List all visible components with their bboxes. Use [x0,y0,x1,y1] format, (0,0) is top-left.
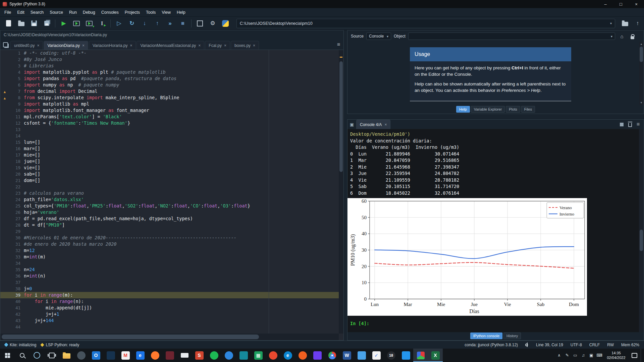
code-line-35[interactable]: 35n=24 [0,266,339,273]
code-line-34[interactable]: 34 [0,260,339,266]
scroll-up-icon[interactable]: ▲ [639,42,644,46]
tab-close-icon[interactable]: × [37,43,39,48]
menu-view[interactable]: View [159,8,174,16]
tray-battery-icon[interactable]: ▭ [571,353,579,358]
taskbar-app-teal[interactable] [236,349,251,362]
code-line-23[interactable]: 23# calculos para verano [0,190,339,196]
code-line-31[interactable]: 31#de enero de 2020 hasta marzo 2020 [0,241,339,247]
code-editor[interactable]: 1# -*- coding: utf-8 -*-2#By José Junco3… [0,50,339,334]
status-permissions[interactable]: RW [607,343,614,347]
minimize-button[interactable]: – [598,0,613,8]
stop-debug-button[interactable]: ■ [177,18,189,29]
tray-hidden-icons-icon[interactable]: ∧ [555,353,563,358]
code-line-2[interactable]: 2#By José Junco [0,56,339,63]
menu-consoles[interactable]: Consoles [98,8,122,16]
taskbar-chrome[interactable] [325,349,339,362]
debug-file-button[interactable]: ▷ [113,18,125,29]
taskbar-search[interactable] [15,349,30,362]
editor-tab-VariacionMensualEstacional-py[interactable]: VariacionMensualEstacional.py× [137,41,204,50]
run-selection-button[interactable] [96,18,108,29]
taskbar-app-blue-e[interactable]: e [133,349,148,362]
close-button[interactable]: × [629,0,644,8]
tray-network-icon[interactable]: ▣ [587,353,595,358]
run-cell-button[interactable] [70,18,83,29]
pane-tab-variable-explorer[interactable]: Variable Explorer [471,106,505,113]
tab-close-icon[interactable]: × [224,43,226,48]
lock-icon[interactable] [631,36,634,39]
status-conda-env[interactable]: conda: jjuncol (Python 3.8.12) [465,343,518,347]
code-line-28[interactable]: 28dt = df["PM10"] [0,222,339,228]
chevron-down-icon[interactable]: ▾ [611,35,612,38]
help-object-combobox[interactable]: ▾ [408,33,615,40]
status-kite[interactable]: Kite: initializing [5,343,36,347]
taskbar-gmail[interactable]: M [118,349,133,362]
status-cursor-position[interactable]: Line 39, Col 19 [536,343,563,347]
chevron-down-icon[interactable]: ▾ [610,21,612,25]
pane-tab-files[interactable]: Files [521,106,535,113]
pane-tab-ipython-console[interactable]: IPython console [470,333,502,339]
code-line-36[interactable]: 36n=int(n) [0,273,339,279]
tab-close-icon[interactable]: × [384,122,387,127]
browse-tabs-icon[interactable] [3,42,8,47]
code-line-19[interactable]: 19vie=[] [0,165,339,171]
code-line-25[interactable]: 25col_types={'PM10':float,'PM25':float,'… [0,203,339,209]
code-line-9[interactable]: 9import matplotlib as mpl [0,101,339,107]
taskbar-file-explorer[interactable] [59,349,74,362]
code-line-1[interactable]: 1# -*- coding: utf-8 -*- [0,50,339,56]
code-line-22[interactable]: 22 [0,184,339,190]
working-directory-combobox[interactable]: C:\Users\JOSE\Desktop\Venecia\pm10 ▾ [236,19,615,28]
menu-search[interactable]: Search [28,8,47,16]
taskbar-spotify[interactable] [207,349,221,362]
show-desktop-button[interactable] [641,349,643,362]
pane-tab-help[interactable]: Help [456,106,470,113]
taskbar-brave[interactable] [295,349,310,362]
status-memory[interactable]: Mem 62% [621,343,639,347]
code-line-40[interactable]: 40 for i in range(n): [0,298,339,305]
console-vertical-scrollbar[interactable] [639,129,644,332]
editor-tab-VariacionHoraria-py[interactable]: VariacionHoraria.py× [89,41,136,50]
menu-help[interactable]: Help [174,8,189,16]
code-line-20[interactable]: 20sab=[] [0,171,339,177]
tab-close-icon[interactable]: × [82,43,85,48]
taskbar-sheets[interactable]: ▦ [251,349,266,362]
taskbar-docker[interactable] [398,349,413,362]
code-line-11[interactable]: 11mpl.rcParams['text.color'] = 'Black' [0,114,339,120]
code-line-15[interactable]: 15lun=[] [0,139,339,145]
taskbar-word[interactable]: W [339,349,354,362]
menu-run[interactable]: Run [66,8,80,16]
interrupt-kernel-icon[interactable] [620,123,624,126]
menu-projects[interactable]: Projects [122,8,143,16]
open-file-button[interactable] [15,18,27,29]
code-line-30[interactable]: 30#Miercoles 01 de enero de 2020--------… [0,235,339,241]
taskbar-keyboard-app[interactable] [177,349,192,362]
status-encoding[interactable]: UTF-8 [571,343,582,347]
code-line-38[interactable]: 38j=0 [0,286,339,292]
code-line-32[interactable]: 32m=12 [0,247,339,254]
editor-tab-untitled0-py[interactable]: untitled0.py× [10,41,43,50]
console-options-menu-icon[interactable]: ≡ [637,121,640,127]
taskbar-cortana[interactable] [30,349,44,362]
code-line-33[interactable]: 33m=int(m) [0,254,339,260]
save-file-button[interactable] [28,18,40,29]
status-lsp[interactable]: LSP Python: ready [41,343,79,347]
tray-pen-icon[interactable]: ✎ [563,353,571,358]
code-line-29[interactable]: 29 [0,228,339,235]
code-line-8[interactable]: ▲8from scipy.interpolate import make_int… [0,95,339,101]
clock[interactable]: 14:35 02/04/2022 [604,351,628,360]
tab-close-icon[interactable]: × [130,43,132,48]
taskbar-badge-18[interactable]: 18 [384,349,398,362]
tray-volume-icon[interactable]: ♫ [579,353,587,358]
code-line-24[interactable]: 24path_file='datos.xlsx' [0,196,339,203]
code-line-5[interactable]: 5import pandas as pd #paquete panda, est… [0,75,339,82]
taskbar-start-button[interactable] [0,349,15,362]
tab-close-icon[interactable]: × [253,43,255,48]
taskbar-flame[interactable] [266,349,280,362]
parent-directory-button[interactable]: ↑ [632,18,644,29]
code-line-6[interactable]: 6import numpy as np # paquete numpy [0,82,339,88]
notification-center-icon[interactable] [632,353,637,358]
code-line-37[interactable]: 37 [0,279,339,286]
menu-edit[interactable]: Edit [14,8,28,16]
code-line-16[interactable]: 16mar=[] [0,145,339,152]
ipython-prompt[interactable]: In [4]: [350,321,369,326]
code-line-10[interactable]: 10import matplotlib.font_manager as font… [0,107,339,114]
